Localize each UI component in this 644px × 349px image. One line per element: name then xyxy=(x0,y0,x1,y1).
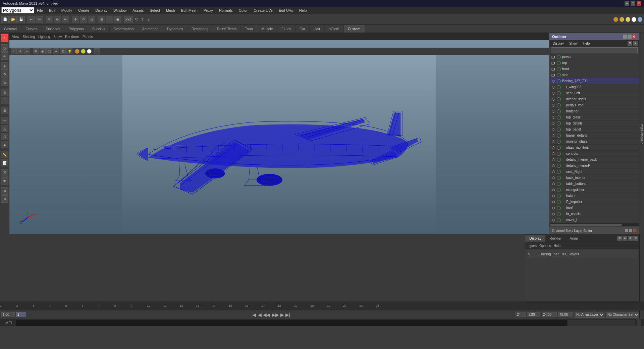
menu-create-uvs[interactable]: Create UVs xyxy=(251,8,275,13)
item-visibility-toggle[interactable] xyxy=(557,103,561,107)
item-visibility-toggle[interactable] xyxy=(557,188,561,192)
item-visibility-toggle[interactable] xyxy=(557,206,561,210)
channel-box-close[interactable] xyxy=(633,229,636,232)
close-button[interactable]: ✕ xyxy=(637,1,641,6)
outliner-maximize[interactable] xyxy=(628,35,632,39)
outliner-item[interactable]: seat_Left xyxy=(549,90,639,96)
vi-smooth-btn[interactable]: ● xyxy=(53,48,59,54)
outliner-item[interactable]: cover_l xyxy=(549,217,639,223)
color-preset-4[interactable] xyxy=(632,17,636,22)
color-preset-1[interactable] xyxy=(613,17,618,22)
viewport-panels-menu[interactable]: Panels xyxy=(81,35,94,39)
outliner-item[interactable]: fpanel_details xyxy=(549,133,639,139)
tab-curves[interactable]: Curves xyxy=(21,25,42,33)
go-to-start-btn[interactable]: |◀ xyxy=(252,312,257,317)
paint-btn[interactable]: ✏ xyxy=(62,16,69,23)
outliner-item[interactable]: side xyxy=(549,72,639,78)
vi-paint-btn[interactable]: ✏ xyxy=(24,48,30,54)
item-visibility-toggle[interactable] xyxy=(557,115,561,119)
item-visibility-toggle[interactable] xyxy=(557,109,561,113)
measure-btn[interactable]: 📏 xyxy=(1,151,8,158)
show-all-btn[interactable]: ⊕ xyxy=(1,187,8,195)
item-visibility-toggle[interactable] xyxy=(557,85,561,89)
scale-btn[interactable]: ⇲ xyxy=(88,16,95,23)
tab-muscle[interactable]: Muscle xyxy=(257,25,277,33)
item-visibility-toggle[interactable] xyxy=(557,61,561,65)
outliner-item[interactable]: br_chasis xyxy=(549,211,639,217)
tab-rendering[interactable]: Rendering xyxy=(187,25,213,33)
layer-icon-4[interactable]: ✕ xyxy=(633,236,638,241)
item-visibility-toggle[interactable] xyxy=(557,176,561,180)
sub-tab-help[interactable]: Help xyxy=(553,244,560,248)
snap-grid-btn[interactable]: ⊞ xyxy=(98,16,105,23)
outliner-item[interactable]: pedals_iron xyxy=(549,102,639,108)
outliner-item[interactable]: seat_Right xyxy=(549,169,639,175)
item-visibility-toggle[interactable] xyxy=(557,67,561,71)
tab-custom[interactable]: Custom xyxy=(344,25,365,33)
annotate-btn[interactable]: 📝 xyxy=(1,159,8,166)
vi-texture-btn[interactable]: 🖼 xyxy=(60,48,66,54)
sub-tab-options[interactable]: Options xyxy=(539,244,551,248)
menu-proxy[interactable]: Proxy xyxy=(201,8,216,13)
outliner-help-menu[interactable]: Help xyxy=(581,41,592,46)
outliner-item[interactable]: Boeing_737_700 xyxy=(549,78,639,84)
outliner-item[interactable]: top_details xyxy=(549,120,639,127)
outliner-search-input[interactable] xyxy=(551,47,638,53)
item-visibility-toggle[interactable] xyxy=(557,79,561,83)
tab-fur[interactable]: Fur xyxy=(296,25,310,33)
snap-point-btn[interactable]: ◉ xyxy=(114,16,121,23)
outliner-item[interactable]: iron1 xyxy=(549,205,639,211)
outliner-item[interactable]: monitor_glass xyxy=(549,139,639,145)
vi-lasso-btn[interactable]: ⊙ xyxy=(17,48,23,54)
select-tool-btn[interactable]: ↖ xyxy=(1,34,8,42)
outliner-item[interactable]: l_wing003 xyxy=(549,84,639,90)
select-btn[interactable]: ↖ xyxy=(46,16,53,23)
tab-animation[interactable]: Animation xyxy=(138,25,163,33)
outliner-item[interactable]: persp xyxy=(549,54,639,60)
prev-frame-btn[interactable]: ◀ xyxy=(258,312,262,317)
menu-select[interactable]: Select xyxy=(147,8,163,13)
tab-deformation[interactable]: Deformation xyxy=(110,25,138,33)
layer-icon-2[interactable]: ◈ xyxy=(623,236,627,241)
outliner-display-menu[interactable]: Display xyxy=(551,41,566,46)
minimize-button[interactable]: ─ xyxy=(625,1,629,6)
vi-light-btn[interactable]: 💡 xyxy=(66,48,72,54)
ipr-btn[interactable]: 👁 xyxy=(1,177,8,185)
menu-edit[interactable]: Edit xyxy=(46,8,58,13)
outliner-filter-btn[interactable]: ▼ xyxy=(633,41,638,46)
outliner-close[interactable]: ✕ xyxy=(632,35,636,39)
viewport-lighting-menu[interactable]: Lighting xyxy=(37,35,51,39)
item-visibility-toggle[interactable] xyxy=(557,170,561,174)
playback-start-field[interactable] xyxy=(1,312,15,317)
maximize-button[interactable]: □ xyxy=(631,1,635,6)
rotate-btn[interactable]: ↻ xyxy=(80,16,87,23)
polygon-selector[interactable]: PolygonsObjectsComponents xyxy=(1,7,34,13)
new-scene-btn[interactable]: 📄 xyxy=(1,16,9,23)
range-start-field[interactable] xyxy=(542,312,557,317)
tab-fluids[interactable]: Fluids xyxy=(277,25,296,33)
range-end-field[interactable] xyxy=(558,312,573,317)
vi-select-btn[interactable]: ↖ xyxy=(11,48,17,54)
tab-render[interactable]: Render xyxy=(545,235,566,242)
item-visibility-toggle[interactable] xyxy=(557,91,561,95)
go-to-end-btn[interactable]: ▶| xyxy=(285,312,290,317)
soft-mod-btn[interactable]: ⊙ xyxy=(1,89,8,96)
sub-tab-layers[interactable]: Layers xyxy=(527,244,537,248)
vi-snap-btn[interactable]: ◉ xyxy=(40,48,46,54)
light-color-1[interactable] xyxy=(75,49,79,54)
move-btn[interactable]: ✛ xyxy=(72,16,79,23)
item-visibility-toggle[interactable] xyxy=(557,200,561,204)
item-visibility-toggle[interactable] xyxy=(557,152,561,156)
menu-mesh[interactable]: Mesh xyxy=(163,8,178,13)
playback-current-frame[interactable] xyxy=(16,312,26,317)
nurbs-btn[interactable]: ⊡ xyxy=(1,133,8,140)
outliner-item[interactable]: details_interiorF xyxy=(549,163,639,169)
outliner-horizontal-scrollbar[interactable] xyxy=(549,223,639,227)
redo-btn[interactable]: ↪ xyxy=(36,16,43,23)
outliner-item[interactable]: hatchr xyxy=(549,193,639,199)
item-visibility-toggle[interactable] xyxy=(557,121,561,126)
anim-layer-select[interactable]: No Anim Layer xyxy=(575,312,604,318)
joint-btn[interactable]: ◈ xyxy=(1,141,8,148)
outliner-item[interactable]: details_interior_back xyxy=(549,157,639,163)
item-visibility-toggle[interactable] xyxy=(557,218,561,222)
